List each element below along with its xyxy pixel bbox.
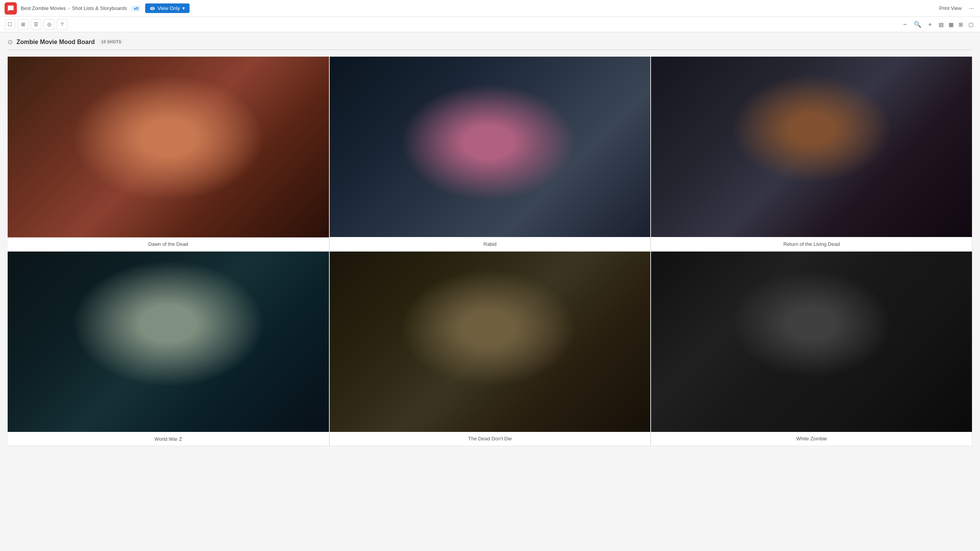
- toolbar-grid-btn[interactable]: ⊞: [18, 19, 28, 30]
- movie-image-world-war-z: [8, 252, 329, 432]
- movie-caption: The Dead Don't Die: [330, 432, 651, 446]
- movie-image-container: [8, 57, 329, 237]
- board-title-row: ⊙ Zombie Movie Mood Board 10 SHOTS: [8, 38, 972, 50]
- view-mode-3[interactable]: ⊞: [956, 20, 965, 29]
- more-options-button[interactable]: ···: [968, 5, 975, 12]
- board-icon: ⊙: [8, 38, 13, 46]
- movie-image-rabid: [330, 57, 651, 237]
- view-mode-4[interactable]: ▢: [966, 20, 975, 29]
- movie-image-dawn-of-the-dead: [8, 57, 329, 237]
- print-view-button[interactable]: Print View: [939, 5, 962, 11]
- toolbar-list-btn[interactable]: ☰: [31, 19, 41, 30]
- view-mode-2[interactable]: ▦: [946, 20, 955, 29]
- movie-image-container: [651, 252, 972, 432]
- movie-image-container: [330, 57, 651, 237]
- toolbar-right: − 🔍 + ▤ ▦ ⊞ ▢: [901, 20, 975, 29]
- movie-image-container: [330, 252, 651, 432]
- view-only-button[interactable]: View Only ▾: [145, 3, 189, 13]
- view-toggle-group: ▤ ▦ ⊞ ▢: [936, 20, 975, 29]
- toolbar: ☐ ⊞ ☰ ◎ ? − 🔍 + ▤ ▦ ⊞ ▢: [0, 17, 980, 32]
- image-grid: Dawn of the DeadRabidReturn of the Livin…: [8, 56, 972, 446]
- shots-badge: 10 SHOTS: [98, 39, 124, 45]
- grid-cell[interactable]: Return of the Living Dead: [651, 56, 972, 252]
- movie-image-white-zombie: [651, 252, 972, 432]
- nav-right: Print View ···: [939, 5, 975, 12]
- grid-cell[interactable]: Dawn of the Dead: [8, 56, 329, 252]
- view-only-chevron: ▾: [182, 5, 185, 11]
- movie-image-container: [8, 252, 329, 432]
- movie-caption: Rabid: [330, 237, 651, 251]
- zoom-out-button[interactable]: −: [901, 20, 909, 29]
- toolbar-circle-btn[interactable]: ◎: [44, 19, 54, 30]
- movie-caption: Dawn of the Dead: [8, 237, 329, 251]
- view-mode-1[interactable]: ▤: [936, 20, 946, 29]
- app-logo[interactable]: [5, 2, 17, 15]
- board-title: Zombie Movie Mood Board: [16, 39, 95, 46]
- grid-cell[interactable]: White Zombie: [651, 252, 972, 446]
- version-badge: v0: [131, 5, 141, 11]
- zoom-icon[interactable]: 🔍: [911, 20, 924, 29]
- grid-cell[interactable]: World War Z: [8, 252, 329, 446]
- movie-image-container: [651, 57, 972, 237]
- top-navigation: Best Zombie Movies › Shot Lists & Storyb…: [0, 0, 980, 17]
- movie-image-return-of-the-living-dead: [651, 57, 972, 237]
- zoom-in-button[interactable]: +: [926, 20, 934, 29]
- toolbar-square-btn[interactable]: ☐: [5, 19, 15, 30]
- breadcrumb: Best Zombie Movies › Shot Lists & Storyb…: [21, 5, 141, 11]
- movie-caption: World War Z: [8, 432, 329, 446]
- main-content: ⊙ Zombie Movie Mood Board 10 SHOTS Dawn …: [0, 32, 980, 452]
- grid-cell[interactable]: The Dead Don't Die: [329, 252, 651, 446]
- grid-cell[interactable]: Rabid: [329, 56, 651, 252]
- breadcrumb-separator: ›: [68, 5, 70, 11]
- toolbar-help-btn[interactable]: ?: [57, 19, 67, 30]
- breadcrumb-project[interactable]: Best Zombie Movies: [21, 5, 66, 11]
- movie-caption: Return of the Living Dead: [651, 237, 972, 251]
- movie-caption: White Zombie: [651, 432, 972, 446]
- view-only-label: View Only: [157, 5, 180, 11]
- movie-image-the-dead-dont-die: [330, 252, 651, 432]
- breadcrumb-section[interactable]: Shot Lists & Storyboards: [72, 5, 127, 11]
